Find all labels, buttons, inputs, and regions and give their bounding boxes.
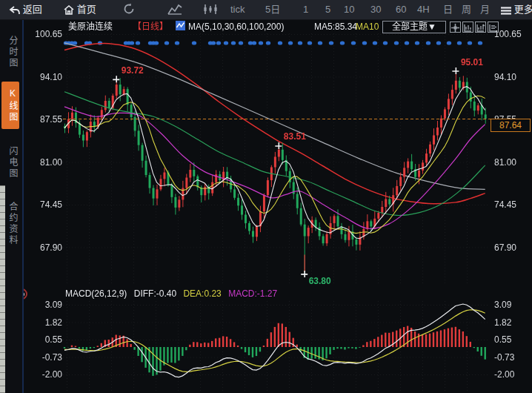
theme-selector-dropdown[interactable]: 全部主题▼ [382,21,446,33]
hamburger-menu-icon [501,4,511,15]
y-axis-label-right: 67.90 [494,243,516,252]
ma10-value: MA10 [356,21,379,33]
sidebar-tab-kline-chart[interactable]: K线图 [1,82,19,129]
y-axis-label-left: 74.45 [33,200,62,209]
period-5min-button[interactable]: 5 [325,0,330,19]
macd-axis-label-right: 1.82 [494,318,511,327]
y-axis-label-left: 81.00 [33,158,62,167]
symbol-title: 美原油连续 [68,21,113,33]
trading-app-window: 返回 首页 tick 5日 1 5 10 30 60 4H 日 周 月 更多 分 [0,0,532,393]
price-annotation: 63.80 [309,276,331,286]
macd-title[interactable]: MACD(26,12,9) [65,288,127,299]
candlestick-icon [203,4,218,15]
line-chart-icon [167,4,182,15]
pane-layout-button-1[interactable] [462,22,473,33]
macd-axis-label-left: 3.09 [30,300,62,309]
kline-chart-canvas[interactable] [0,0,532,393]
macd-axis-label-left: 0.55 [30,335,62,344]
crosshair-tool-button[interactable] [450,22,461,33]
period-10min-button[interactable]: 10 [344,0,354,19]
price-annotation: 83.51 [284,131,306,142]
top-toolbar: 返回 首页 tick 5日 1 5 10 30 60 4H 日 周 月 更多 [0,0,532,20]
period-day-button[interactable]: 日 [443,0,453,19]
left-edge-scrollbar[interactable] [0,185,5,393]
period-week-button[interactable]: 周 [462,0,471,19]
period-60min-button[interactable]: 60 [396,0,406,19]
more-button[interactable]: 更多 [501,0,532,19]
price-annotation: 95.01 [461,57,483,67]
sidebar-tab-time-chart[interactable]: 分时图 [1,24,19,80]
ma-indicator-icon [176,21,185,33]
macd-axis-label-left: -2.00 [30,370,62,379]
y-axis-label-left: 67.90 [33,243,62,252]
macd-axis-label-left: 1.82 [30,318,62,327]
macd-axis-label-right: 0.55 [494,335,511,344]
tick-period-button[interactable]: tick [230,0,245,19]
macd-axis-label-left: -0.73 [30,353,62,362]
kline-mode-button[interactable] [203,0,218,19]
y-axis-label-left: 87.55 [33,115,62,124]
period-5day-button[interactable]: 5日 [265,0,280,19]
macd-axis-label-right: -2.00 [494,370,514,379]
period-1min-button[interactable]: 1 [303,0,308,19]
y-axis-label-left: 94.10 [33,73,62,82]
ma5-value: MA5:85.34 [314,21,357,33]
back-button[interactable]: 返回 [9,0,42,19]
macd-axis-label-right: 3.09 [494,300,511,309]
y-axis-label-right: 81.00 [494,158,516,167]
pane-layout-button-3[interactable] [488,22,499,33]
period-tag: 【日线】 [133,21,168,33]
y-axis-label-left: 100.65 [33,30,62,39]
home-icon [64,4,74,15]
macd-axis-label-right: -0.73 [494,353,514,362]
price-annotation: 93.72 [122,65,144,76]
macd-header: MACD(26,12,9) DIFF:-0.40 DEA:0.23 MACD:-… [65,288,282,299]
period-4h-button[interactable]: 4H [417,0,430,19]
sidebar-tab-flash-chart[interactable]: 闪电图 [1,136,19,188]
period-30min-button[interactable]: 30 [370,0,381,19]
macd-diff-value: DIFF:-0.40 [134,288,176,299]
refresh-button[interactable] [123,0,135,19]
home-button[interactable]: 首页 [64,0,96,19]
pane-layout-button-2[interactable] [475,22,486,33]
macd-dea-value: DEA:0.23 [183,288,221,299]
ma-settings-label[interactable]: MA(5,10,30,60,100,200) [188,21,284,33]
line-chart-mode-button[interactable] [167,0,182,19]
period-month-button[interactable]: 月 [480,0,490,19]
y-axis-label-right: 74.45 [494,200,516,209]
refresh-icon [123,4,135,15]
current-price-tag: 87.64 [491,119,531,132]
y-axis-label-right: 94.10 [494,73,516,82]
macd-macd-value: MACD:-1.27 [228,288,277,299]
back-arrow-icon [9,4,20,15]
